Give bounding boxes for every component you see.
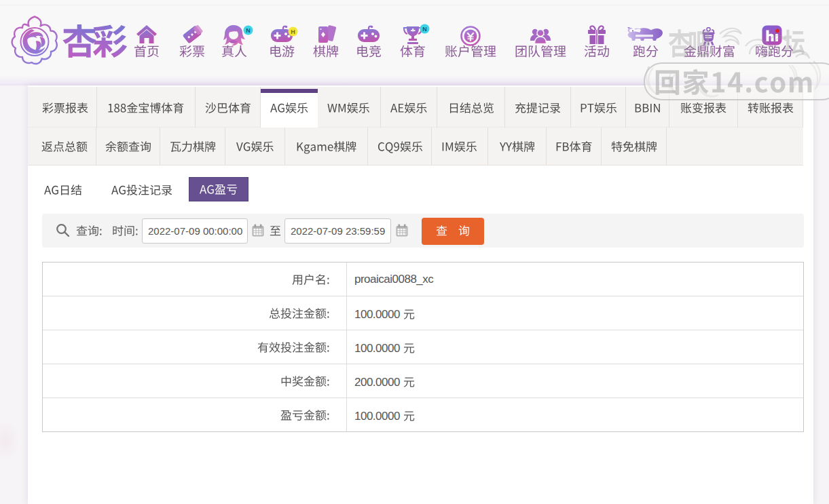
svg-text:N: N <box>422 26 427 33</box>
svg-text:H: H <box>291 28 295 35</box>
svg-text:N: N <box>246 27 251 34</box>
